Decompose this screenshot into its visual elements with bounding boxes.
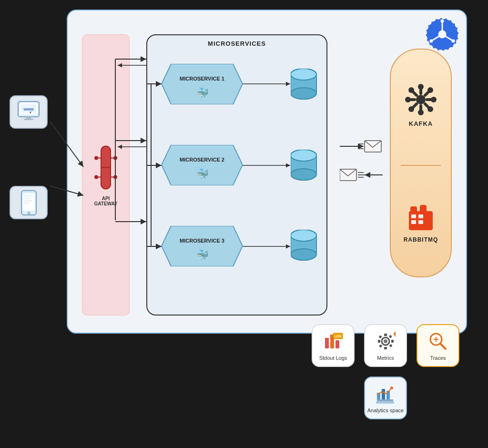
svg-point-47 [291,69,316,80]
analytics-box[interactable]: Analytics space [364,377,407,419]
database-2 [291,150,317,183]
svg-rect-6 [24,119,33,120]
svg-text:🐳: 🐳 [196,248,209,261]
svg-point-121 [384,339,387,343]
microservice-2: MICROSERVICE 2 🐳 [162,145,243,185]
metrics-label: Metrics [377,355,394,361]
svg-point-91 [418,110,424,115]
svg-rect-100 [420,205,427,215]
svg-point-52 [291,169,316,180]
microservices-title: MICROSERVICES [208,40,266,47]
svg-rect-124 [378,340,380,343]
stdout-logs-label: Stdout Logs [319,355,347,361]
api-gateway-label: API GATEWAY [92,196,120,206]
svg-text:LOG: LOG [334,335,342,338]
svg-rect-104 [418,220,423,224]
svg-rect-128 [379,344,382,347]
svg-rect-9 [24,195,34,197]
svg-point-93 [431,97,437,102]
database-1 [291,69,317,102]
svg-text:www: www [23,107,34,112]
svg-line-136 [440,344,446,349]
svg-point-13 [27,212,30,214]
msg-from-rabbit [340,168,383,189]
svg-rect-11 [24,200,32,202]
traces-label: Traces [430,355,446,361]
svg-point-96 [427,87,433,93]
messaging-zone: KAFKA RABBITMQ [390,49,452,277]
svg-point-53 [291,150,316,161]
svg-rect-140 [376,401,394,404]
main-diagram: API GATEWAY MICROSERVICES MICROSERVICE 1… [67,10,467,334]
svg-point-90 [418,84,424,90]
svg-text:MICROSERVICE 1: MICROSERVICE 1 [180,76,224,81]
svg-rect-141 [377,399,393,401]
svg-text:🐳: 🐳 [196,167,209,180]
microservice-3: MICROSERVICE 3 🐳 [162,226,243,266]
svg-rect-126 [378,335,382,338]
metrics-box[interactable]: Metrics [364,324,407,367]
svg-point-58 [291,249,316,260]
stdout-logs-box[interactable]: LOG Stdout Logs [312,324,355,367]
obs-tools-row: LOG Stdout Logs [312,324,459,367]
kafka-label: KAFKA [409,120,433,127]
svg-rect-101 [411,214,416,218]
svg-rect-99 [410,206,417,215]
analytics-row: Analytics space [312,377,459,419]
microservices-zone: MICROSERVICES MICROSERVICE 1 🐳 MICROSERV… [146,34,327,316]
microservice-1: MICROSERVICE 1 🐳 [162,64,243,104]
api-gateway-zone: API GATEWAY [82,34,130,316]
mobile-client-icon [10,186,48,219]
svg-text:🐳: 🐳 [196,86,209,99]
svg-point-97 [408,106,414,112]
svg-rect-125 [391,340,394,343]
svg-rect-12 [24,203,30,204]
svg-rect-10 [24,198,31,199]
svg-rect-117 [336,340,339,348]
svg-point-21 [429,40,433,43]
svg-rect-103 [411,220,416,224]
observability-section: LOG Stdout Logs [312,324,459,419]
svg-point-46 [291,88,316,99]
kafka-section: KAFKA [404,83,437,127]
svg-rect-102 [418,214,423,218]
svg-rect-115 [325,338,329,348]
svg-point-92 [405,97,411,102]
svg-rect-123 [384,347,387,349]
svg-point-59 [291,230,316,241]
svg-rect-127 [388,335,392,338]
svg-point-19 [441,20,444,23]
rabbitmq-section: RABBITMQ [404,204,438,243]
svg-point-95 [427,106,433,112]
svg-point-142 [390,387,393,389]
svg-point-94 [408,87,414,93]
web-client-icon: www [10,95,48,129]
svg-rect-129 [389,344,392,347]
database-3 [291,230,317,263]
traces-box[interactable]: Traces [417,324,459,367]
svg-point-20 [452,40,455,43]
svg-text:MICROSERVICE 2: MICROSERVICE 2 [180,157,224,163]
svg-text:MICROSERVICE 3: MICROSERVICE 3 [180,238,224,244]
svg-rect-122 [384,334,387,336]
analytics-label: Analytics space [367,407,404,413]
msg-to-kafka [340,139,383,160]
rabbitmq-label: RABBITMQ [404,236,438,243]
client-icons-container: www [10,95,48,219]
kubernetes-icon [426,18,459,51]
